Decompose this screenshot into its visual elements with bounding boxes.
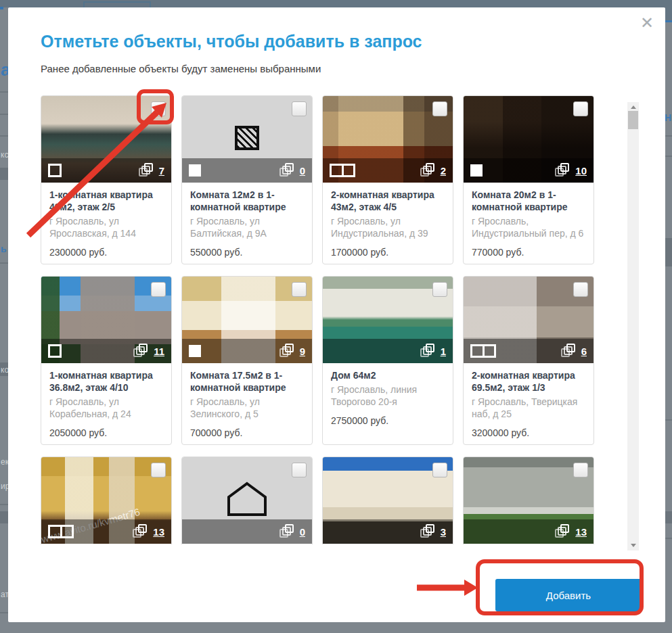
object-info: Комната 12м2 в 1-комнатной квартире г Яр… [182,183,312,258]
object-card[interactable]: 10 Комната 20м2 в 1-комнатной квартире г… [463,95,594,264]
object-price: 770000 руб. [472,247,585,258]
object-photo: 11 [41,277,171,363]
photo-info-bar: 3 [323,519,453,544]
object-price: 1700000 руб. [331,247,445,258]
background-tab-fragment [83,1,151,7]
object-card[interactable]: 9 Комната 17.5м2 в 1-комнатной квартире … [181,276,313,445]
object-photo: 2 [323,96,453,183]
object-photo: 1 [323,277,453,363]
object-card[interactable]: www.avito.ru/kvmetr76 13 [41,456,172,544]
object-info: 1-комнатная квартира 36.8м2, этаж 4/10 г… [41,363,171,438]
background-row-line [0,114,8,115]
photo-count-link[interactable]: 2 [441,165,446,177]
object-address: г Ярославль, Индустриальный пер, д 6 [472,215,585,239]
flat-placeholder-icon [235,126,259,150]
object-checkbox[interactable] [292,282,307,297]
photo-info-bar: 13 [464,519,593,544]
object-price: 2300000 руб. [49,247,163,258]
object-price: 2750000 руб. [331,415,445,426]
object-photo: 6 [464,277,593,363]
grid-scrollbar[interactable] [627,102,639,550]
object-address: г Ярославль, ул Индустриальная, д 39 [331,215,445,239]
add-objects-modal: ✕ Отметьте объекты, чтобы добавить в зап… [8,7,665,622]
object-card[interactable]: 3 [322,456,453,544]
object-checkbox[interactable] [151,463,166,477]
photo-info-bar: 10 [464,158,593,183]
photo-count-link[interactable]: 13 [153,526,164,538]
object-photo: 7 ✔ [41,96,171,183]
rooms-icon [48,164,62,177]
photo-count-link[interactable]: 6 [581,346,587,357]
photo-count-link[interactable]: 9 [300,346,305,357]
object-price: 700000 руб. [190,427,304,438]
object-checkbox[interactable] [292,101,307,116]
object-checkbox[interactable] [432,463,447,477]
objects-grid: 7 ✔ 1-комнатная квартира 49м2, этаж 2/5 … [41,95,594,544]
background-row-line [0,91,8,93]
photo-info-bar: 1 [323,339,453,363]
object-info: Комната 20м2 в 1-комнатной квартире г Яр… [464,183,593,258]
object-checkbox[interactable] [573,282,588,297]
object-checkbox[interactable] [292,463,307,477]
house-placeholder-icon [227,482,267,517]
background-row-line [0,612,8,613]
photo-count-link[interactable]: 10 [575,165,587,177]
photo-count-link[interactable]: 1 [441,346,446,357]
object-photo: 9 [182,277,312,363]
photo-count-link[interactable]: 0 [300,165,305,177]
object-card[interactable]: 1 Дом 64м2 г Ярославль, линия Творогово … [322,276,453,445]
object-card[interactable]: 6 2-комнатная квартира 69.5м2, этаж 1/3 … [463,276,594,445]
photo-stack-icon [279,163,296,178]
object-title: Комната 17.5м2 в 1-комнатной квартире [190,370,304,394]
object-address: г Ярославль, ул Балтийская, д 9А [190,215,304,239]
photo-info-bar: 11 [41,339,171,363]
objects-grid-viewport: 7 ✔ 1-комнатная квартира 49м2, этаж 2/5 … [41,95,597,544]
object-checkbox[interactable] [573,101,588,116]
object-checkbox[interactable]: ✔ [151,101,166,116]
background-row-line [665,135,672,137]
object-card[interactable]: 0 Комната 12м2 в 1-комнатной квартире г … [181,95,313,264]
add-button[interactable]: Добавить [495,579,642,611]
background-row-line [0,135,8,137]
close-icon[interactable]: ✕ [638,14,656,32]
object-title: 1-комнатная квартира 49м2, этаж 2/5 [49,189,163,214]
photo-info-bar: 0 [182,519,312,544]
photo-count-link[interactable]: 11 [154,346,164,357]
scrollbar-down-arrow-icon[interactable] [627,541,639,550]
object-title: 1-комнатная квартира 36.8м2, этаж 4/10 [49,370,163,394]
scrollbar-up-arrow-icon[interactable] [627,102,639,112]
photo-count-link[interactable]: 3 [441,526,446,538]
object-info: 1-комнатная квартира 49м2, этаж 2/5 г Яр… [41,183,171,258]
background-text-fragment: Н [665,112,671,123]
object-price: 2050000 руб. [49,427,163,438]
background-row-line [665,538,672,539]
photo-stack-icon [133,524,149,539]
object-address: г Ярославль, ул Корабельная, д 24 [49,396,163,420]
photo-count-link[interactable]: 7 [159,165,164,177]
modal-title: Отметьте объекты, чтобы добавить в запро… [41,32,422,51]
object-checkbox[interactable] [432,282,447,297]
object-card[interactable]: 11 1-комнатная квартира 36.8м2, этаж 4/1… [41,276,172,445]
photo-info-bar: 0 [182,158,312,183]
photo-info-bar: 6 [464,339,593,363]
photo-info-bar: 2 [323,158,453,183]
object-checkbox[interactable] [151,282,166,297]
object-info: 2-комнатная квартира 69.5м2, этаж 1/3 г … [464,363,593,438]
photo-count-link[interactable]: 13 [575,526,587,538]
object-info: Дом 64м2 г Ярославль, линия Творогово 20… [323,363,453,426]
object-checkbox[interactable] [573,463,588,477]
background-row-band [0,168,8,180]
object-photo: 0 [182,96,312,183]
scrollbar-thumb[interactable] [628,111,638,129]
background-text-fragment: ь [1,243,7,254]
photo-stack-icon [420,524,436,539]
object-card[interactable]: 2 2-комнатная квартира 43м2, этаж 4/5 г … [322,95,453,264]
object-checkbox[interactable] [432,101,447,116]
object-card[interactable]: 13 [463,456,594,544]
object-card[interactable]: 7 ✔ 1-комнатная квартира 49м2, этаж 2/5 … [41,95,172,264]
photo-count-link[interactable]: 0 [300,526,305,538]
photo-info-bar: 13 [41,519,171,544]
object-card[interactable]: 0 [181,456,313,544]
object-title: 2-комнатная квартира 69.5м2, этаж 1/3 [472,370,585,394]
object-photo: 3 [323,457,453,544]
